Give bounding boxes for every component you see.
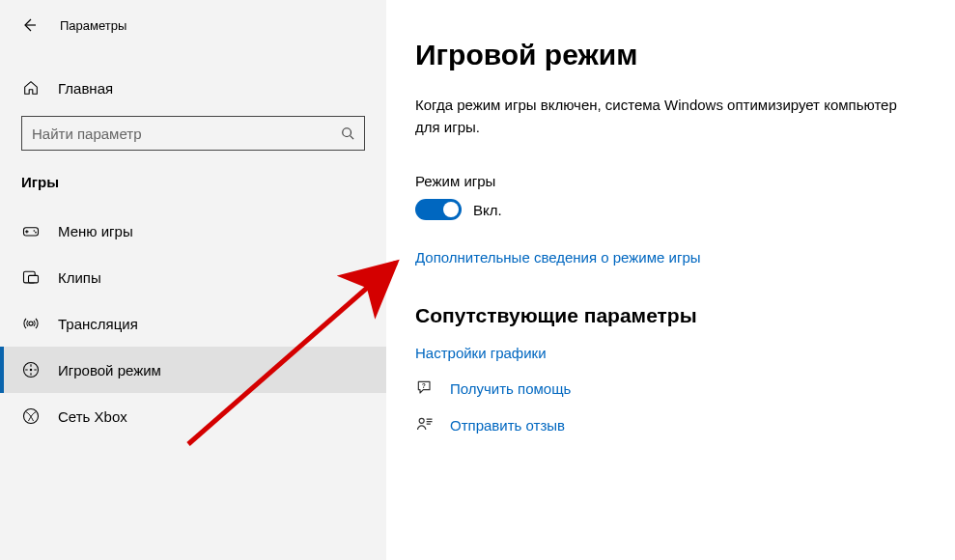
sidebar-item-gamemode[interactable]: Игровой режим [0, 347, 386, 393]
sidebar: Параметры Главная Игры Меню игры [0, 0, 386, 560]
gamemode-icon [21, 360, 41, 379]
broadcast-icon [21, 314, 41, 333]
app-title: Параметры [60, 18, 126, 33]
get-help-link[interactable]: Получить помощь [450, 380, 571, 397]
sidebar-item-label: Меню игры [58, 223, 133, 239]
svg-point-7 [29, 322, 33, 325]
sidebar-item-label: Клипы [58, 269, 101, 286]
toggle-knob [443, 202, 459, 217]
svg-point-12 [419, 418, 424, 423]
page-description: Когда режим игры включен, система Window… [415, 95, 916, 138]
gamemode-toggle-row: Вкл. [415, 199, 916, 220]
svg-line-1 [351, 136, 354, 140]
main-content: Игровой режим Когда режим игры включен, … [386, 0, 955, 560]
search-box[interactable] [21, 116, 365, 151]
feedback-link[interactable]: Отправить отзыв [450, 417, 565, 434]
home-label: Главная [58, 80, 113, 97]
nav: Меню игры Клипы Трансляция Игровой режим [0, 208, 386, 439]
xbox-icon [21, 406, 41, 426]
sidebar-item-gamebar[interactable]: Меню игры [0, 208, 386, 254]
back-arrow-icon[interactable] [21, 17, 37, 33]
toggle-state-label: Вкл. [473, 202, 502, 218]
help-row: ? Получить помощь [415, 378, 916, 398]
svg-text:?: ? [422, 382, 426, 389]
home-icon [21, 79, 41, 97]
sidebar-item-label: Сеть Xbox [58, 408, 127, 425]
gamebar-icon [21, 221, 41, 240]
sidebar-item-broadcasting[interactable]: Трансляция [0, 300, 386, 347]
related-settings-header: Сопутствующие параметры [415, 304, 916, 327]
svg-point-3 [34, 230, 36, 232]
sidebar-item-label: Игровой режим [58, 362, 161, 378]
svg-rect-6 [29, 275, 39, 283]
gamemode-toggle[interactable] [415, 199, 462, 220]
search-input[interactable] [22, 126, 364, 142]
page-title: Игровой режим [415, 39, 916, 71]
captures-icon [21, 267, 41, 287]
gamemode-setting-label: Режим игры [415, 173, 916, 189]
feedback-icon [415, 415, 435, 434]
feedback-row: Отправить отзыв [415, 415, 916, 434]
sidebar-item-label: Трансляция [58, 316, 138, 332]
graphics-settings-link[interactable]: Настройки графики [415, 345, 916, 361]
category-label: Игры [0, 151, 386, 202]
sidebar-item-xbox[interactable]: Сеть Xbox [0, 393, 386, 439]
svg-point-9 [30, 369, 33, 372]
help-icon: ? [415, 378, 435, 398]
svg-point-4 [35, 232, 37, 234]
search-icon [341, 126, 354, 140]
sidebar-item-captures[interactable]: Клипы [0, 254, 386, 300]
search-container [0, 106, 386, 151]
svg-point-0 [343, 128, 351, 137]
topbar: Параметры [0, 8, 386, 42]
sidebar-item-home[interactable]: Главная [0, 70, 386, 106]
learn-more-link[interactable]: Дополнительные сведения о режиме игры [415, 249, 916, 266]
